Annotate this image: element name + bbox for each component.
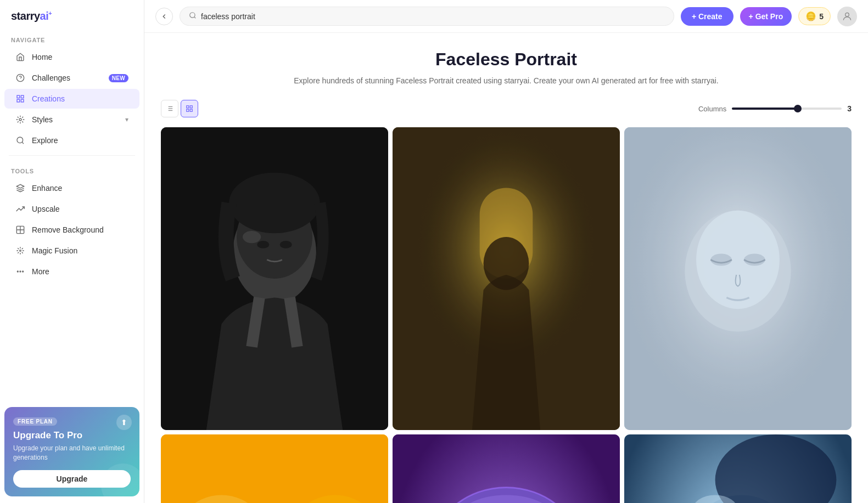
remove-bg-icon xyxy=(15,225,25,235)
columns-value: 3 xyxy=(847,104,852,113)
new-badge: NEW xyxy=(109,74,128,82)
upgrade-card: ⬆ FREE PLAN Upgrade To Pro Upgrade your … xyxy=(4,407,139,496)
navigate-section-label: NAVIGATE xyxy=(0,29,144,47)
columns-control: Columns 3 xyxy=(698,104,852,113)
credits-value: 5 xyxy=(819,12,824,21)
image-grid xyxy=(161,127,852,503)
sidebar-styles-label: Styles xyxy=(32,115,119,124)
svg-rect-5 xyxy=(17,99,20,102)
grid-view-button[interactable] xyxy=(181,100,198,117)
magic-fusion-icon xyxy=(15,246,25,256)
upscale-icon xyxy=(15,204,25,214)
image-card-1[interactable] xyxy=(161,127,388,430)
svg-rect-26 xyxy=(190,109,192,111)
more-icon xyxy=(15,267,25,276)
sidebar-item-creations[interactable]: Creations xyxy=(4,89,139,109)
columns-slider-fill xyxy=(732,108,798,110)
image-card-5[interactable] xyxy=(393,434,620,503)
sidebar-challenges-label: Challenges xyxy=(32,74,102,82)
sidebar-explore-label: Explore xyxy=(32,136,128,145)
list-view-button[interactable] xyxy=(161,100,178,117)
search-bar xyxy=(180,7,674,26)
svg-point-14 xyxy=(190,13,195,18)
sidebar: starryai+ NAVIGATE Home Challenges NEW C… xyxy=(0,0,144,503)
svg-rect-25 xyxy=(187,109,189,111)
columns-slider[interactable] xyxy=(732,108,842,110)
topbar: + Create + Get Pro 🪙 5 xyxy=(144,0,868,33)
sidebar-more-label: More xyxy=(32,267,128,276)
upgrade-bg-decoration xyxy=(101,464,139,496)
sidebar-remove-bg-label: Remove Background xyxy=(32,225,128,234)
image-card-6[interactable] xyxy=(624,434,852,503)
image-1 xyxy=(161,127,388,430)
sidebar-item-styles[interactable]: Styles ▾ xyxy=(4,110,139,129)
chevron-down-icon: ▾ xyxy=(125,116,128,123)
content-area: Faceless Portrait Explore hundreds of st… xyxy=(144,33,868,503)
image-3 xyxy=(624,127,852,430)
sidebar-home-label: Home xyxy=(32,53,128,61)
columns-slider-thumb xyxy=(794,105,802,112)
main-content: + Create + Get Pro 🪙 5 Faceless Portrait… xyxy=(144,0,868,503)
credits-badge: 🪙 5 xyxy=(798,7,831,25)
svg-rect-38 xyxy=(393,127,620,430)
svg-rect-3 xyxy=(21,95,24,98)
svg-rect-24 xyxy=(190,106,192,108)
upgrade-upload-icon: ⬆ xyxy=(116,415,132,430)
svg-rect-23 xyxy=(187,106,189,108)
svg-rect-45 xyxy=(624,127,852,430)
image-6 xyxy=(624,434,852,503)
sidebar-item-more[interactable]: More xyxy=(4,262,139,281)
sidebar-item-challenges[interactable]: Challenges NEW xyxy=(4,68,139,88)
upgrade-title: Upgrade To Pro xyxy=(13,430,131,441)
svg-point-11 xyxy=(17,271,18,272)
svg-rect-2 xyxy=(17,95,20,98)
home-icon xyxy=(15,52,25,62)
svg-point-32 xyxy=(280,241,292,248)
svg-point-33 xyxy=(243,231,261,243)
upgrade-description: Upgrade your plan and have unlimited gen… xyxy=(13,444,131,462)
search-icon xyxy=(189,12,197,21)
svg-point-7 xyxy=(17,137,23,143)
coin-icon: 🪙 xyxy=(805,11,816,21)
avatar-button[interactable] xyxy=(837,7,857,26)
sidebar-item-enhance[interactable]: Enhance xyxy=(4,178,139,198)
sidebar-item-explore[interactable]: Explore xyxy=(4,131,139,150)
sidebar-creations-label: Creations xyxy=(32,94,128,103)
svg-point-31 xyxy=(257,241,269,248)
creations-icon xyxy=(15,94,25,104)
svg-point-16 xyxy=(845,13,849,16)
logo: starryai+ xyxy=(0,0,144,29)
upgrade-plan-badge: FREE PLAN xyxy=(13,417,57,426)
view-controls: Columns 3 xyxy=(161,100,852,117)
sidebar-magic-fusion-label: Magic Fusion xyxy=(32,246,128,255)
sidebar-item-magic-fusion[interactable]: Magic Fusion xyxy=(4,241,139,261)
image-card-4[interactable] xyxy=(161,434,388,503)
image-5 xyxy=(393,434,620,503)
svg-rect-4 xyxy=(21,99,24,102)
svg-point-6 xyxy=(19,118,21,121)
sidebar-item-remove-bg[interactable]: Remove Background xyxy=(4,220,139,240)
svg-point-30 xyxy=(229,173,320,233)
svg-point-12 xyxy=(20,271,21,272)
back-button[interactable] xyxy=(155,8,173,25)
divider xyxy=(9,155,135,156)
image-card-3[interactable] xyxy=(624,127,852,430)
page-subtitle: Explore hundreds of stunning Faceless Po… xyxy=(161,75,852,87)
svg-rect-46 xyxy=(161,434,388,503)
svg-point-10 xyxy=(20,250,21,252)
explore-icon xyxy=(15,135,25,145)
search-input[interactable] xyxy=(201,12,665,21)
create-button[interactable]: + Create xyxy=(681,7,733,26)
sidebar-item-upscale[interactable]: Upscale xyxy=(4,199,139,219)
page-title: Faceless Portrait xyxy=(161,49,852,70)
image-card-2[interactable] xyxy=(393,127,620,430)
view-toggle xyxy=(161,100,198,117)
sidebar-item-home[interactable]: Home xyxy=(4,47,139,67)
svg-line-15 xyxy=(194,17,196,19)
get-pro-button[interactable]: + Get Pro xyxy=(740,7,792,26)
svg-line-8 xyxy=(22,142,24,144)
styles-icon xyxy=(15,115,25,125)
sidebar-upscale-label: Upscale xyxy=(32,205,128,213)
enhance-icon xyxy=(15,183,25,193)
challenges-icon xyxy=(15,73,25,83)
